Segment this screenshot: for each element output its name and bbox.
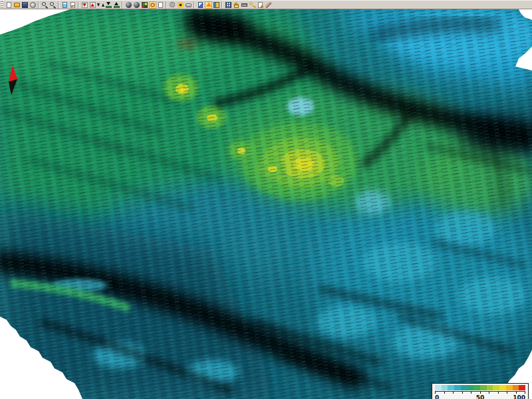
- globe-wireframe-icon[interactable]: [29, 1, 37, 9]
- legend-max-label: 100: [513, 394, 525, 399]
- legend-color-ramp: [435, 385, 525, 390]
- color-classes-icon[interactable]: [141, 1, 148, 9]
- legend-color-segment: [435, 385, 442, 390]
- export-arrow-icon[interactable]: [89, 1, 96, 9]
- legend-mid-label: 50: [476, 394, 485, 399]
- camera-icon[interactable]: [241, 1, 248, 9]
- settings-gear-icon[interactable]: [169, 1, 176, 9]
- legend-labels: 0 50 100: [435, 394, 525, 399]
- import-arrow-icon[interactable]: [81, 1, 88, 9]
- line-chart-icon[interactable]: [69, 1, 76, 9]
- legend-tick: [471, 392, 471, 394]
- attach-note-icon[interactable]: [257, 1, 264, 9]
- terrain-render: [0, 9, 532, 399]
- surface-model-icon[interactable]: [205, 1, 212, 9]
- legend-color-segment: [448, 385, 454, 390]
- legend-color-segment: [467, 385, 474, 390]
- legend-color-segment: [487, 385, 493, 390]
- legend-tick: [498, 392, 499, 394]
- key-icon[interactable]: [249, 1, 256, 9]
- legend-tick: [435, 392, 436, 394]
- legend-tick: [507, 392, 507, 394]
- data-grid-icon[interactable]: [225, 1, 232, 9]
- legend-color-segment: [513, 385, 519, 390]
- blue-document-icon[interactable]: [197, 1, 204, 9]
- download-tray-icon[interactable]: [105, 1, 112, 9]
- legend-color-segment: [454, 385, 461, 390]
- upload-tray-icon[interactable]: [113, 1, 120, 9]
- transfer-arrows-icon[interactable]: [97, 1, 104, 9]
- projection-globe-icon[interactable]: [149, 1, 156, 9]
- toolbar-separator: [122, 1, 123, 9]
- sphere-shaded-icon[interactable]: [133, 1, 140, 9]
- save-icon[interactable]: [21, 1, 29, 9]
- legend-tick: [489, 392, 489, 394]
- legend-tick: [516, 392, 517, 394]
- toolbar-grip[interactable]: [1, 1, 3, 9]
- legend-color-segment: [480, 385, 487, 390]
- color-scale-legend: 0 50 100: [432, 383, 529, 399]
- legend-color-segment: [519, 385, 525, 390]
- legend-color-segment: [493, 385, 499, 390]
- blank-document-icon[interactable]: [157, 1, 164, 9]
- toolbar-separator: [166, 1, 167, 9]
- legend-tick: [462, 392, 463, 394]
- home-icon[interactable]: [233, 1, 240, 9]
- legend-color-segment: [461, 385, 467, 390]
- target-badge-icon[interactable]: [177, 1, 184, 9]
- legend-tick: [453, 392, 454, 394]
- swap-view-icon[interactable]: [213, 1, 220, 9]
- edit-pencil-icon[interactable]: [265, 1, 272, 9]
- legend-color-segment: [499, 385, 506, 390]
- sphere-view-icon[interactable]: [125, 1, 132, 9]
- main-toolbar: [0, 0, 532, 9]
- legend-color-segment: [473, 385, 480, 390]
- open-folder-icon[interactable]: [13, 1, 21, 9]
- toolbar-separator: [194, 1, 195, 9]
- survey-vehicle-icon[interactable]: [185, 1, 192, 9]
- legend-tick: [525, 392, 525, 394]
- legend-tick: [444, 392, 445, 394]
- map-canvas[interactable]: [0, 9, 532, 399]
- application-window: 0 50 100: [0, 0, 532, 399]
- legend-color-segment: [506, 385, 513, 390]
- toolbar-separator: [38, 1, 39, 9]
- legend-tick: [480, 392, 481, 394]
- zoom-out-icon[interactable]: [49, 1, 57, 9]
- toolbar-separator: [221, 1, 223, 9]
- toolbar-separator: [58, 1, 59, 9]
- legend-min-label: 0: [435, 394, 439, 399]
- document-panel-icon[interactable]: [61, 1, 68, 9]
- zoom-in-icon[interactable]: [41, 1, 49, 9]
- new-document-icon[interactable]: [5, 1, 13, 9]
- legend-color-segment: [442, 385, 448, 390]
- toolbar-separator: [78, 1, 79, 9]
